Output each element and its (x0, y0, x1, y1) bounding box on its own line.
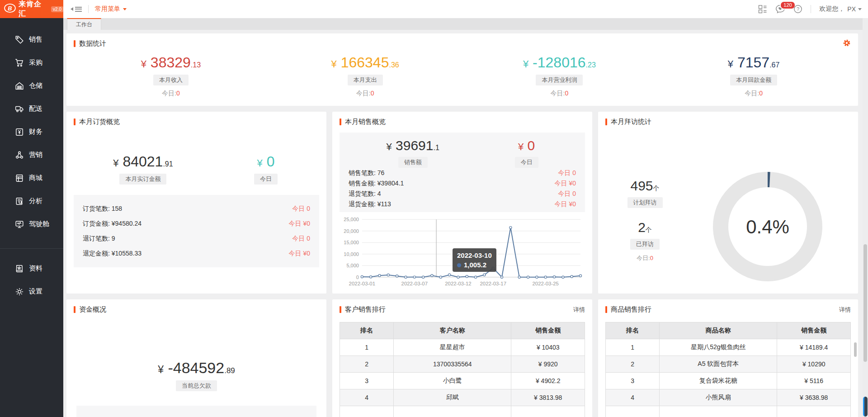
settings-gear-icon[interactable] (843, 39, 851, 49)
divider (811, 5, 811, 13)
svg-text:0.4%: 0.4% (746, 216, 789, 237)
value-label-chip: 计划拜访 (627, 197, 663, 208)
stat-value: ¥ 7157.67 (656, 54, 851, 71)
chevron-down-icon (123, 8, 127, 12)
value-label-chip: 今日 (254, 174, 278, 185)
stat-label-chip: 本月营业利润 (536, 75, 583, 85)
stat-4: ¥ 7157.67本月回款金额今日:0 (656, 54, 851, 98)
accent-bar (340, 306, 341, 313)
card-title: 商品销售排行 (611, 305, 651, 314)
chevron-down-icon (858, 8, 862, 12)
truck-icon (15, 104, 24, 114)
collapse-arrow-icon (69, 7, 73, 11)
finance-icon (15, 128, 24, 137)
table-row-clipped (340, 406, 585, 417)
hamburger-icon (75, 5, 82, 13)
value-label-chip: 今日 (515, 157, 538, 168)
table-row: 4邱斌¥ 3813.98 (340, 389, 585, 406)
customer-rank-detail-link[interactable]: 详情 (573, 306, 585, 314)
info-row: 退货金额: ¥113今日 ¥0 (349, 199, 576, 209)
info-row: 销售金额: ¥39804.1今日 ¥0 (349, 178, 576, 189)
user-dropdown[interactable]: PX (847, 5, 862, 13)
stats-row: ¥ 38329.13本月收入今日:0¥ 166345.36本月支出今日:0¥ -… (74, 54, 851, 98)
message-heart-icon[interactable]: 120 (775, 5, 785, 14)
sidebar-item-warehouse[interactable]: 仓储 (0, 74, 63, 97)
column-header: 客户名称 (394, 322, 511, 339)
column-header: 排名 (340, 322, 394, 339)
common-menu-dropdown[interactable]: 常用菜单 (95, 5, 127, 13)
stat-value: ¥ 38329.13 (74, 54, 268, 71)
table-row-clipped (606, 406, 851, 417)
brand-logo-icon: B (4, 3, 16, 15)
table-row: 1星期八52g银鱼肉丝¥ 14189.4 (606, 339, 851, 356)
page-scrollbar-thumb[interactable] (863, 244, 867, 362)
svg-text:25,000: 25,000 (344, 217, 359, 222)
info-row: 订货金额: ¥94580.24今日 ¥0 (83, 216, 310, 231)
tab-workbench[interactable]: 工作台 (67, 18, 101, 30)
cart-icon (15, 58, 24, 67)
marketing-icon (15, 151, 24, 160)
stat-2: ¥ 166345.36本月支出今日:0 (268, 54, 462, 98)
product-rank-table: 排名商品名称销售金额1星期八52g银鱼肉丝¥ 14189.42A5 软面包背本¥… (605, 322, 851, 417)
help-icon[interactable]: ? (793, 5, 802, 14)
stat-label-chip: 本月支出 (348, 75, 383, 85)
tag-icon (15, 35, 24, 44)
sidebar-item-materials[interactable]: 资料 (0, 257, 63, 280)
sidebar-item-sales[interactable]: 销售 (0, 28, 63, 51)
card-scrollbar-thumb[interactable] (854, 342, 857, 357)
column-header: 排名 (606, 322, 660, 339)
sidebar-item-cockpit[interactable]: 驾驶舱 (0, 213, 63, 236)
customer-rank-table: 排名客户名称销售金额1星星超市¥ 10403213700335564¥ 9920… (340, 322, 585, 417)
svg-text:?: ? (797, 6, 799, 12)
sidebar-item-marketing[interactable]: 营销 (0, 143, 63, 166)
stat-today: 今日:0 (656, 90, 851, 98)
info-row: 退订笔数: 9今日 0 (83, 231, 310, 246)
table-row: 3小白鹭¥ 4902.2 (340, 373, 585, 389)
funds-info-panel (76, 406, 316, 417)
sales-overview-card: 本月销售概览 ¥ 39691.1 销售额 ¥ 0 今日 销售笔数: 76今日 0… (332, 112, 592, 294)
page-scrollbar[interactable] (863, 18, 868, 417)
column-header: 商品名称 (660, 322, 777, 339)
table-row: 1星星超市¥ 10403 (340, 339, 585, 356)
stat-label-chip: 本月收入 (153, 75, 189, 85)
accent-bar (74, 118, 75, 125)
sidebar-item-delivery[interactable]: 配送 (0, 97, 63, 120)
sidebar-item-mall[interactable]: 商城 (0, 166, 63, 190)
svg-text:2022-03-25: 2022-03-25 (532, 281, 559, 286)
welcome-text: 欢迎您， (819, 5, 844, 13)
sidebar-secondary-menu: 资料设置 (0, 249, 63, 303)
top-header: B 来肯企汇 v2.0 常用菜单 120 ? (0, 0, 868, 18)
stat-1: ¥ 38329.13本月收入今日:0 (74, 54, 268, 98)
accent-bar (605, 306, 607, 313)
analysis-icon (15, 197, 24, 206)
apps-grid-icon[interactable] (758, 5, 767, 14)
stat-label-chip: 本月回款金额 (730, 75, 777, 85)
value-label-chip: 已拜访 (630, 239, 660, 250)
info-row: 订货笔数: 158今日 0 (83, 201, 310, 216)
svg-text:15,000: 15,000 (344, 240, 359, 245)
sidebar: 销售采购仓储配送财务营销商城分析驾驶舱 资料设置 (0, 18, 63, 417)
page-scrollbar-bottom-thumb[interactable] (863, 397, 868, 417)
info-row: 销售笔数: 76今日 0 (349, 168, 576, 178)
product-rank-detail-link[interactable]: 详情 (839, 306, 851, 314)
sidebar-item-finance[interactable]: 财务 (0, 120, 63, 143)
order-main-value: ¥ 84021.91 本月实订金额 (74, 153, 212, 185)
card-title: 数据统计 (79, 39, 106, 48)
table-row: 2A5 软面包背本¥ 10290 (606, 356, 851, 373)
customer-rank-card: 客户销售排行 详情 排名客户名称销售金额1星星超市¥ 1040321370033… (332, 299, 592, 417)
order-info-panel: 订货笔数: 158今日 0订货金额: ¥94580.24今日 ¥0退订笔数: 9… (74, 195, 319, 267)
stat-value: ¥ -128016.23 (462, 54, 657, 71)
app-root: B 来肯企汇 v2.0 常用菜单 120 ? (0, 0, 868, 417)
product-rank-card: 商品销售排行 详情 排名商品名称销售金额1星期八52g银鱼肉丝¥ 14189.4… (598, 299, 858, 417)
sidebar-item-analysis[interactable]: 分析 (0, 190, 63, 213)
sidebar-item-settings[interactable]: 设置 (0, 280, 63, 303)
planned-visits: 495个 (605, 178, 684, 194)
card-title: 客户销售排行 (345, 305, 386, 314)
table-row: 4小熊风扇¥ 3638.98 (606, 389, 851, 406)
completed-visits: 2个 (605, 220, 684, 235)
sidebar-collapse-button[interactable] (69, 5, 82, 13)
card-title: 本月订货概览 (79, 118, 120, 126)
svg-text:2022-03-07: 2022-03-07 (401, 281, 428, 286)
accent-bar (605, 118, 607, 125)
sidebar-item-purchase[interactable]: 采购 (0, 51, 63, 74)
